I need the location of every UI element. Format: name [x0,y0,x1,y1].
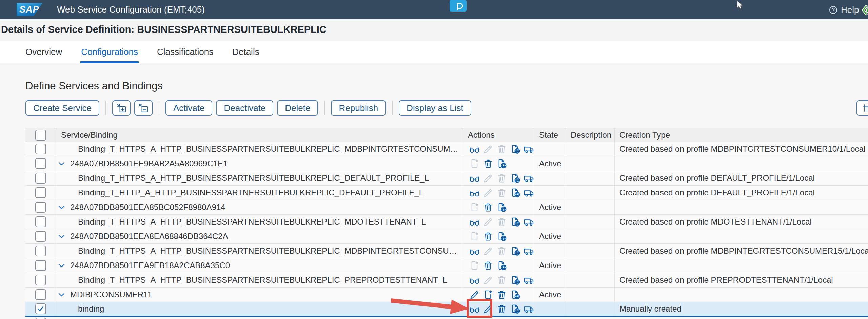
table-row[interactable]: Binding_T_HTTPS_A_HTTP_BUSINESSPARTNERSU… [25,244,868,258]
pencil-icon[interactable] [483,275,493,285]
trash-icon[interactable] [496,217,507,227]
table-row[interactable]: Binding_T_HTTP_A_HTTP_BUSINESSPARTNERSUI… [25,186,868,200]
table-row[interactable]: 248A07BDB8501EEA9EB18A2CAB8A35C0Active [25,258,868,273]
trash-icon[interactable] [496,188,507,198]
p-app-icon[interactable] [450,0,467,12]
pencil-icon[interactable] [469,290,480,300]
row-checkbox[interactable] [35,289,46,300]
doc-globe-icon[interactable] [510,188,520,198]
collapse-chevron-icon[interactable] [57,159,66,168]
glasses-icon[interactable] [469,173,480,184]
service-binding-label: Binding_T_HTTPS_A_HTTP_BUSINESSPARTNERSU… [78,246,463,256]
truck-icon[interactable] [524,144,534,154]
table-row[interactable]: 248A07BDB8501EE9BAB2A5A80969C1E1Active [25,156,868,171]
tab-overview[interactable]: Overview [25,41,62,63]
row-checkbox[interactable] [35,275,46,285]
doc-globe-icon[interactable] [510,144,520,154]
glasses-icon[interactable] [469,144,480,154]
doc-globe-icon[interactable] [510,246,520,256]
trash-icon[interactable] [496,290,507,300]
creation-type-label [614,229,868,243]
truck-icon[interactable] [524,304,534,314]
help-button[interactable]: Help [829,5,859,15]
doc-globe-icon[interactable] [510,217,520,227]
pencil-icon[interactable] [483,217,493,227]
row-checkbox[interactable] [35,158,46,169]
trash-icon[interactable] [496,144,507,154]
trash-icon[interactable] [483,202,493,213]
doc-globe-icon[interactable] [510,275,520,285]
truck-icon[interactable] [524,275,534,285]
table-row[interactable]: Binding_T_HTTPS_A_HTTP_BUSINESSPARTNERSU… [25,171,868,186]
trash-icon[interactable] [496,246,507,256]
doc-globe-icon[interactable] [510,290,520,300]
row-checkbox[interactable] [35,173,46,184]
row-checkbox[interactable] [35,144,46,154]
truck-icon[interactable] [524,246,534,256]
glasses-icon[interactable] [469,217,480,227]
column-header-state[interactable]: State [534,128,566,142]
expand-all-button[interactable] [112,100,131,116]
doc-star-icon[interactable] [469,231,480,242]
doc-globe-icon[interactable] [510,173,520,184]
table-row[interactable]: Binding_T_HTTPS_A_HTTP_BUSINESSPARTNERSU… [25,215,868,229]
table-settings-button-partial[interactable] [856,100,868,116]
table-row[interactable]: 248A07BDB8501EEA8EA68846DB364C2AActive [25,229,868,244]
doc-globe-icon[interactable] [496,260,507,271]
tab-classifications[interactable]: Classifications [157,41,213,63]
tab-configurations[interactable]: Configurations [81,41,138,63]
pencil-icon[interactable] [483,188,493,198]
trash-icon[interactable] [483,231,493,242]
truck-icon[interactable] [524,188,534,198]
doc-globe-icon[interactable] [496,231,507,242]
row-checkbox[interactable] [35,187,46,198]
collapse-all-button[interactable] [134,100,153,116]
delete-button[interactable]: Delete [277,100,318,116]
row-checkbox[interactable] [35,202,46,213]
pencil-icon[interactable] [483,144,493,154]
table-row[interactable]: Binding_T_HTTPS_A_HTTP_BUSINESSPARTNERSU… [25,273,868,288]
row-checkbox[interactable] [35,216,46,227]
doc-star-icon[interactable] [483,290,493,300]
table-row[interactable]: 248A07BDB8501EEA85BC052F8980A914Active [25,200,868,215]
row-checkbox[interactable] [35,246,46,256]
column-header-actions[interactable]: Actions [463,128,534,142]
tab-details[interactable]: Details [232,41,259,63]
row-checkbox[interactable] [35,231,46,242]
collapse-chevron-icon[interactable] [57,203,66,212]
trash-icon[interactable] [496,304,507,314]
deactivate-button[interactable]: Deactivate [216,100,273,116]
row-checkbox[interactable] [35,303,46,314]
select-all-checkbox[interactable] [35,130,46,141]
truck-icon[interactable] [524,173,534,184]
doc-globe-icon[interactable] [496,202,507,213]
doc-star-icon[interactable] [469,158,480,169]
column-header-creation-type[interactable]: Creation Type [614,128,868,142]
doc-star-icon[interactable] [469,202,480,213]
glasses-icon[interactable] [469,246,480,256]
truck-icon[interactable] [524,217,534,227]
glasses-icon[interactable] [469,275,480,285]
collapse-chevron-icon[interactable] [57,290,66,299]
trash-icon[interactable] [483,260,493,271]
double-chevron-left-icon[interactable] [859,5,868,15]
create-service-button[interactable]: Create Service [25,100,99,116]
trash-icon[interactable] [496,275,507,285]
collapse-chevron-icon[interactable] [57,261,66,270]
doc-globe-icon[interactable] [496,158,507,169]
column-header-description[interactable]: Description [566,128,614,142]
trash-icon[interactable] [483,158,493,169]
republish-button[interactable]: Republish [331,100,386,116]
collapse-chevron-icon[interactable] [57,232,66,241]
glasses-icon[interactable] [469,188,480,198]
pencil-icon[interactable] [483,173,493,184]
column-header-service-binding[interactable]: Service/Binding [56,128,463,142]
pencil-icon[interactable] [483,246,493,256]
table-row[interactable]: Binding_T_HTTPS_A_HTTP_BUSINESSPARTNERSU… [25,142,868,156]
row-checkbox[interactable] [35,260,46,271]
activate-button[interactable]: Activate [165,100,213,116]
doc-globe-icon[interactable] [510,304,520,314]
display-as-list-button[interactable]: Display as List [399,100,471,116]
trash-icon[interactable] [496,173,507,184]
doc-star-icon[interactable] [469,260,480,271]
